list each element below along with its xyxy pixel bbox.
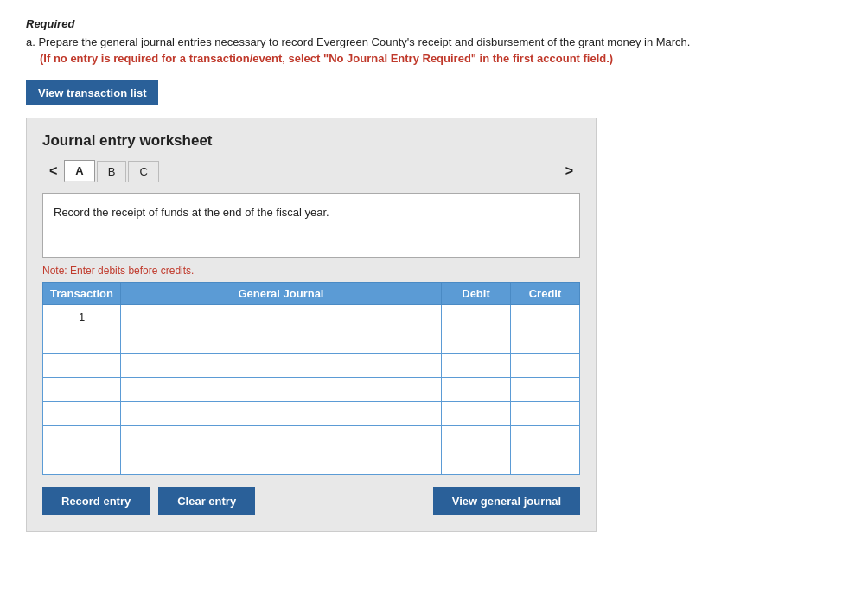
btn-row: Record entry Clear entry View general jo… bbox=[42, 487, 580, 515]
debit-cell[interactable] bbox=[442, 378, 511, 402]
table-row bbox=[43, 450, 580, 475]
tab-b[interactable]: B bbox=[97, 161, 127, 182]
credit-cell[interactable] bbox=[511, 378, 580, 402]
journal-cell[interactable] bbox=[121, 305, 442, 329]
worksheet-title: Journal entry worksheet bbox=[42, 132, 580, 150]
transaction-cell bbox=[43, 378, 121, 402]
view-general-journal-button[interactable]: View general journal bbox=[433, 487, 580, 515]
credit-cell[interactable] bbox=[511, 354, 580, 378]
debit-cell[interactable] bbox=[442, 329, 511, 354]
credit-cell[interactable] bbox=[511, 329, 580, 354]
journal-cell[interactable] bbox=[121, 329, 442, 354]
transaction-cell: 1 bbox=[43, 305, 121, 329]
credit-cell[interactable] bbox=[511, 426, 580, 450]
journal-cell[interactable] bbox=[121, 426, 442, 450]
debit-cell[interactable] bbox=[442, 402, 511, 426]
col-transaction: Transaction bbox=[43, 283, 121, 305]
tab-a[interactable]: A bbox=[64, 160, 94, 182]
transaction-cell bbox=[43, 450, 121, 475]
view-transaction-button[interactable]: View transaction list bbox=[26, 80, 158, 105]
journal-cell[interactable] bbox=[121, 450, 442, 475]
transaction-cell bbox=[43, 329, 121, 354]
credit-cell[interactable] bbox=[511, 402, 580, 426]
note-text: Note: Enter debits before credits. bbox=[42, 265, 580, 277]
description-box: Record the receipt of funds at the end o… bbox=[42, 193, 580, 258]
table-row bbox=[43, 354, 580, 378]
table-row: 1 bbox=[43, 305, 580, 329]
credit-cell[interactable] bbox=[511, 305, 580, 329]
table-row bbox=[43, 329, 580, 354]
transaction-cell bbox=[43, 426, 121, 450]
chevron-left-icon[interactable]: < bbox=[42, 163, 64, 179]
tab-c[interactable]: C bbox=[128, 161, 158, 182]
credit-cell[interactable] bbox=[511, 450, 580, 475]
journal-cell[interactable] bbox=[121, 354, 442, 378]
journal-table: Transaction General Journal Debit Credit… bbox=[42, 282, 580, 475]
chevron-right-icon[interactable]: > bbox=[558, 163, 580, 179]
record-entry-button[interactable]: Record entry bbox=[42, 487, 150, 515]
table-row bbox=[43, 378, 580, 402]
debit-cell[interactable] bbox=[442, 426, 511, 450]
worksheet-container: Journal entry worksheet < A B C > Record… bbox=[26, 118, 597, 532]
tabs-nav: < A B C > bbox=[42, 160, 580, 182]
journal-cell[interactable] bbox=[121, 402, 442, 426]
debit-cell[interactable] bbox=[442, 305, 511, 329]
required-label: Required bbox=[26, 17, 842, 30]
transaction-cell bbox=[43, 354, 121, 378]
col-credit: Credit bbox=[511, 283, 580, 305]
journal-cell[interactable] bbox=[121, 378, 442, 402]
instruction-bold: (If no entry is required for a transacti… bbox=[40, 52, 842, 65]
instruction-a: a. Prepare the general journal entries n… bbox=[26, 35, 842, 48]
transaction-cell bbox=[43, 402, 121, 426]
col-debit: Debit bbox=[442, 283, 511, 305]
col-general-journal: General Journal bbox=[121, 283, 442, 305]
debit-cell[interactable] bbox=[442, 450, 511, 475]
table-row bbox=[43, 402, 580, 426]
clear-entry-button[interactable]: Clear entry bbox=[158, 487, 255, 515]
debit-cell[interactable] bbox=[442, 354, 511, 378]
table-row bbox=[43, 426, 580, 450]
